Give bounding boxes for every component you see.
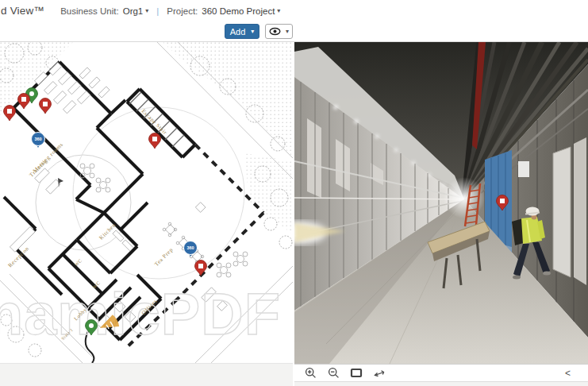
floorplan-drawing: namicPDF Escape StairMeeting roomsTraini… — [0, 42, 293, 363]
wall-sign — [518, 161, 529, 177]
door-panel — [553, 147, 571, 277]
project-label: Project: — [167, 6, 198, 16]
door-panel — [574, 137, 586, 285]
app-logo: d View™ — [1, 5, 44, 17]
project-dropdown[interactable]: 360 Demo Project — [202, 6, 275, 16]
pan-icon[interactable] — [373, 367, 386, 380]
chevron-down-icon[interactable]: ▾ — [145, 7, 148, 14]
top-header-bar: d View™ Business Unit: Org1 ▾ | Project:… — [0, 0, 588, 21]
map-pin-red[interactable] — [18, 94, 30, 110]
photo-footer-strip — [294, 381, 588, 386]
map-pin-red[interactable] — [4, 106, 16, 122]
room-label: Reception — [7, 245, 31, 269]
plan-footer-strip — [0, 363, 293, 386]
photo-360-image — [294, 42, 588, 364]
map-pin-red[interactable] — [40, 98, 52, 114]
header-divider: | — [156, 6, 159, 16]
floorplan-viewer[interactable]: namicPDF Escape StairMeeting roomsTraini… — [0, 42, 293, 386]
marker-360[interactable]: 360 — [32, 133, 45, 149]
visibility-dropdown-button[interactable]: ▾ — [265, 24, 293, 39]
chevron-down-icon: ▾ — [251, 28, 254, 35]
main-content: namicPDF Escape StairMeeting roomsTraini… — [0, 42, 588, 386]
room-label: Tea Prep — [153, 246, 174, 267]
chevron-down-icon[interactable]: ▾ — [277, 7, 280, 14]
map-pin-red[interactable] — [149, 133, 161, 149]
zoom-out-icon[interactable] — [327, 367, 340, 380]
add-button[interactable]: Add ▾ — [225, 24, 259, 39]
north-arrow-icon — [58, 178, 63, 187]
room-label: WC — [74, 258, 83, 268]
watermark: namicPDF — [0, 281, 281, 347]
svg-text:360: 360 — [186, 245, 194, 250]
zoom-in-icon[interactable] — [304, 367, 317, 380]
photo-360-viewer[interactable]: < — [294, 42, 588, 386]
photo-toolbar: < — [294, 364, 588, 381]
shoe — [543, 272, 551, 276]
fullscreen-icon[interactable] — [350, 367, 363, 380]
business-unit-dropdown[interactable]: Org1 — [123, 6, 144, 16]
eye-icon — [269, 27, 281, 36]
shoe — [513, 276, 521, 280]
add-button-label: Add — [230, 27, 246, 37]
business-unit-label: Business Unit: — [60, 6, 119, 16]
chevron-down-icon: ▾ — [286, 28, 289, 35]
collapse-panel-chevron[interactable]: < — [565, 368, 571, 379]
action-bar: Add ▾ ▾ — [0, 21, 588, 42]
svg-text:360: 360 — [34, 137, 41, 141]
